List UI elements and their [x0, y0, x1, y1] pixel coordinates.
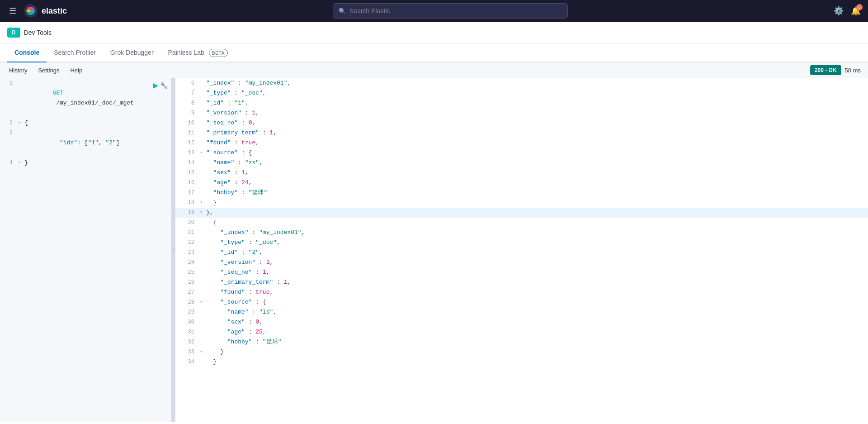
query-editor-pane[interactable]: 1 GET /my_index01/_doc/_mget ▶ 🔧 2 ▾ { 3…	[0, 78, 172, 422]
out-num-11: 11	[175, 128, 198, 138]
nav-left: ☰ elastic	[7, 4, 67, 18]
output-line-19: 19 ▾ },	[175, 208, 868, 218]
editor-line-4: 4 ▾ }	[0, 158, 171, 168]
output-line-32: 32 "hobby" : "足球"	[175, 337, 868, 347]
notifications-icon-button[interactable]: 🔔 2	[851, 6, 861, 16]
out-fold-18[interactable]: ▾	[198, 198, 204, 208]
out-num-27: 27	[175, 287, 198, 297]
output-line-27: 27 "found" : true,	[175, 287, 868, 297]
toolbar-left: History Settings Help	[7, 66, 84, 75]
output-line-9: 9 "_version" : 1,	[175, 108, 868, 118]
output-line-29: 29 "name" : "ls",	[175, 307, 868, 317]
out-num-20: 20	[175, 218, 198, 228]
out-num-32: 32	[175, 337, 198, 347]
out-content-25: "_seq_no" : 1,	[204, 267, 868, 277]
out-num-9: 9	[175, 108, 198, 118]
dev-tools-avatar: D	[7, 28, 20, 38]
output-line-6: 6 "_index" : "my_index01",	[175, 78, 868, 88]
out-num-22: 22	[175, 238, 198, 248]
out-fold-33[interactable]: ▾	[198, 347, 204, 357]
sub-nav-title: Dev Tools	[24, 29, 52, 36]
output-line-16: 16 "age" : 24,	[175, 178, 868, 188]
global-search-bar[interactable]: 🔍	[333, 3, 568, 19]
out-num-25: 25	[175, 267, 198, 277]
out-content-24: "_version" : 1,	[204, 257, 868, 267]
line-number-3: 3	[0, 128, 16, 138]
tab-grok-debugger[interactable]: Grok Debugger	[103, 43, 161, 62]
editor-line-2: 2 ▾ {	[0, 118, 171, 128]
fold-4[interactable]: ▾	[16, 158, 23, 168]
out-content-30: "sex" : 0,	[204, 317, 868, 327]
tab-search-profiler[interactable]: Search Profiler	[47, 43, 103, 62]
history-button[interactable]: History	[7, 66, 29, 75]
beta-badge: BETA	[209, 49, 228, 57]
elastic-logo: elastic	[24, 4, 67, 18]
out-num-8: 8	[175, 98, 198, 108]
time-badge: 50 ms	[845, 67, 861, 74]
fold-2[interactable]: ▾	[16, 118, 23, 128]
path: /my_index01/_doc/_mget	[52, 100, 133, 106]
editor-line-3: 3 "ids": ["1", "2"]	[0, 128, 171, 158]
status-badges: 200 - OK 50 ms	[810, 65, 861, 75]
out-content-29: "name" : "ls",	[204, 307, 868, 317]
out-num-7: 7	[175, 88, 198, 98]
output-line-8: 8 "_id" : "1",	[175, 98, 868, 108]
out-num-24: 24	[175, 257, 198, 267]
out-num-13: 13	[175, 148, 198, 158]
out-content-9: "_version" : 1,	[204, 108, 868, 118]
output-line-24: 24 "_version" : 1,	[175, 257, 868, 267]
out-content-17: "hobby" : "篮球"	[204, 188, 868, 198]
editor-toolbar: History Settings Help 200 - OK 50 ms	[0, 62, 868, 78]
out-num-16: 16	[175, 178, 198, 188]
settings-button[interactable]: Settings	[36, 66, 61, 75]
out-num-21: 21	[175, 228, 198, 238]
out-content-34: }	[204, 357, 868, 367]
code-content-1: GET /my_index01/_doc/_mget	[23, 78, 171, 118]
out-num-30: 30	[175, 317, 198, 327]
elastic-logo-text: elastic	[42, 6, 67, 16]
editor-line-1: 1 GET /my_index01/_doc/_mget ▶ 🔧	[0, 78, 171, 118]
out-fold-19[interactable]: ▾	[198, 208, 204, 218]
out-content-27: "found" : true,	[204, 287, 868, 297]
tab-painless-lab[interactable]: Painless Lab BETA	[161, 43, 235, 62]
out-num-26: 26	[175, 277, 198, 287]
out-content-22: "_type" : "_doc",	[204, 238, 868, 248]
status-ok-badge: 200 - OK	[810, 65, 841, 75]
code-content-2: {	[23, 118, 171, 128]
out-content-8: "_id" : "1",	[204, 98, 868, 108]
out-num-14: 14	[175, 158, 198, 168]
svg-point-3	[26, 10, 31, 12]
output-line-22: 22 "_type" : "_doc",	[175, 238, 868, 248]
out-content-6: "_index" : "my_index01",	[204, 78, 868, 88]
line-number-1: 1	[0, 78, 16, 88]
search-input[interactable]	[349, 7, 562, 14]
out-num-6: 6	[175, 78, 198, 88]
code-content-3: "ids": ["1", "2"]	[23, 128, 171, 158]
output-line-30: 30 "sex" : 0,	[175, 317, 868, 327]
wrench-button[interactable]: 🔧	[160, 81, 168, 90]
output-line-28: 28 ▾ "_source" : {	[175, 297, 868, 307]
main-editor-area: 1 GET /my_index01/_doc/_mget ▶ 🔧 2 ▾ { 3…	[0, 78, 868, 422]
settings-icon: ⚙️	[834, 6, 844, 15]
out-num-19: 19	[175, 208, 198, 218]
sub-navigation: D Dev Tools	[0, 22, 868, 43]
out-content-23: "_id" : "2",	[204, 248, 868, 257]
settings-icon-button[interactable]: ⚙️	[834, 6, 844, 16]
hamburger-button[interactable]: ☰	[7, 4, 18, 18]
out-fold-13[interactable]: ▾	[198, 148, 204, 158]
notification-badge: 2	[856, 4, 863, 10]
output-line-21: 21 "_index" : "my_index01",	[175, 228, 868, 238]
code-content-4: }	[23, 158, 171, 168]
output-pane[interactable]: 6 "_index" : "my_index01", 7 "_type" : "…	[175, 78, 868, 422]
out-content-16: "age" : 24,	[204, 178, 868, 188]
out-fold-28[interactable]: ▾	[198, 297, 204, 307]
out-content-12: "found" : true,	[204, 138, 868, 148]
tab-console[interactable]: Console	[7, 43, 47, 62]
pane-divider[interactable]: ⋮	[172, 78, 175, 422]
run-button[interactable]: ▶	[153, 81, 158, 90]
out-content-32: "hobby" : "足球"	[204, 337, 868, 347]
help-button[interactable]: Help	[68, 66, 84, 75]
out-num-12: 12	[175, 138, 198, 148]
out-content-31: "age" : 25,	[204, 327, 868, 337]
out-num-18: 18	[175, 198, 198, 208]
